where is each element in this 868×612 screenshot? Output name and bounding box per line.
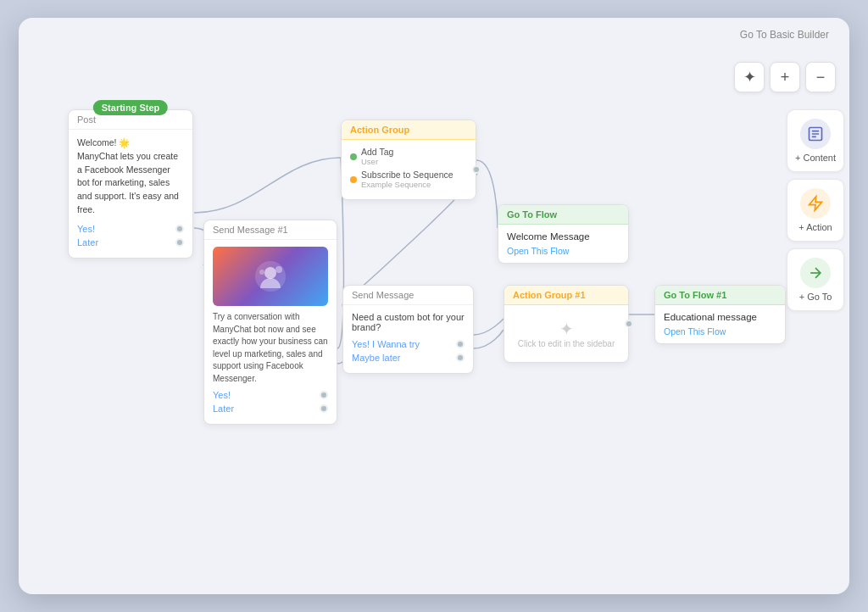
svg-point-7	[264, 267, 276, 279]
goto-flow-1-header: Go To Flow #1	[655, 286, 785, 305]
goto-flow-title: Welcome Message	[507, 231, 620, 242]
reply-later[interactable]: Later	[77, 237, 184, 248]
goto-button[interactable]: + Go To	[787, 248, 844, 311]
send-msg-1-later-dot	[320, 404, 328, 413]
main-canvas: Go To Basic Builder ✦ + − + Content	[19, 18, 849, 594]
send-msg-1-yes-dot	[320, 391, 328, 399]
send-msg-1-yes[interactable]: Yes!	[213, 390, 328, 400]
action-label: + Action	[798, 222, 832, 232]
send-message-2-node[interactable]: Send Message Need a custom bot for your …	[342, 285, 474, 374]
seq-sub: Example Sequence	[361, 180, 453, 189]
top-bar: Go To Basic Builder	[740, 18, 849, 52]
yes-dot	[175, 225, 184, 233]
content-label: + Content	[795, 153, 836, 163]
send-msg-1-yes-label: Yes!	[213, 390, 231, 400]
goto-icon	[800, 258, 831, 288]
pin-icon: ✦	[743, 68, 756, 86]
action-icon	[800, 188, 831, 219]
send-msg-2-maybe-label: Maybe later	[352, 353, 400, 363]
content-icon	[800, 119, 831, 149]
plus-icon: +	[781, 69, 790, 86]
goto-flow-header: Go To Flow	[498, 205, 628, 225]
later-dot	[175, 238, 184, 247]
pin-button[interactable]: ✦	[734, 62, 765, 92]
action-group-1-node[interactable]: Action Group #1 ✦ Click to edit in the s…	[504, 285, 629, 363]
goto-flow-1-node[interactable]: Go To Flow #1 Educational message Open T…	[654, 285, 786, 344]
send-msg-2-yes[interactable]: Yes! I Wanna try	[352, 339, 465, 349]
send-msg-2-maybe[interactable]: Maybe later	[352, 353, 465, 363]
open-this-flow-1-link[interactable]: Open This Flow	[664, 326, 776, 337]
send-msg-1-header: Send Message #1	[204, 220, 337, 240]
action-group-node[interactable]: Action Group Add Tag User Subscribe to S…	[341, 120, 476, 200]
send-msg-2-maybe-dot	[456, 353, 465, 362]
content-button[interactable]: + Content	[787, 109, 844, 172]
send-msg-1-later[interactable]: Later	[213, 403, 328, 414]
seq-dot	[350, 176, 357, 183]
reply-yes[interactable]: Yes!	[77, 224, 184, 234]
click-edit-text: ✦ Click to edit in the sidebar	[513, 312, 620, 355]
minus-icon: −	[816, 69, 826, 86]
goto-label: + Go To	[799, 292, 832, 302]
send-msg-1-later-label: Later	[213, 403, 234, 414]
send-msg-2-yes-label: Yes! I Wanna try	[352, 339, 420, 349]
edit-icon: ✦	[513, 319, 620, 339]
send-message-1-node[interactable]: Send Message #1 Try a conversation with …	[203, 220, 337, 425]
go-to-basic-link[interactable]: Go To Basic Builder	[740, 29, 829, 41]
later-label: Later	[77, 237, 98, 248]
msg-1-image	[213, 247, 328, 306]
zoom-out-button[interactable]: −	[805, 62, 836, 92]
tag-sub: User	[361, 157, 393, 166]
svg-marker-4	[810, 197, 822, 211]
starting-step-node[interactable]: Starting Step Post Welcome! 🌟ManyChat le…	[68, 109, 193, 259]
action-group-out-dot	[472, 165, 481, 174]
goto-flow-1-title: Educational message	[664, 312, 776, 322]
action-group-header: Action Group	[342, 120, 476, 140]
yes-label: Yes!	[77, 224, 95, 234]
send-msg-1-body: Try a conversation with ManyChat bot now…	[213, 311, 328, 385]
action-item-tag: Add Tag User	[350, 147, 467, 166]
send-msg-2-yes-dot	[456, 340, 465, 348]
action-group-1-out-dot	[625, 320, 633, 328]
seq-label: Subscribe to Sequence	[361, 170, 453, 180]
toolbar: ✦ + −	[734, 62, 836, 92]
send-msg-2-header: Send Message	[343, 286, 473, 305]
action-button[interactable]: + Action	[787, 179, 844, 242]
goto-flow-node[interactable]: Go To Flow Welcome Message Open This Flo…	[498, 204, 629, 264]
sidebar-right: + Content + Action + Go To	[782, 103, 849, 318]
tag-label: Add Tag	[361, 147, 393, 157]
open-this-flow-link[interactable]: Open This Flow	[507, 246, 620, 256]
action-group-1-header: Action Group #1	[504, 286, 628, 305]
tag-dot	[350, 153, 357, 160]
post-body: Welcome! 🌟ManyChat lets you create a Fac…	[77, 136, 184, 217]
send-msg-2-body: Need a custom bot for your brand?	[352, 312, 465, 332]
svg-point-8	[275, 266, 282, 273]
starting-step-badge: Starting Step	[93, 100, 168, 115]
svg-point-9	[259, 270, 264, 275]
action-item-sequence: Subscribe to Sequence Example Sequence	[350, 170, 467, 189]
zoom-in-button[interactable]: +	[770, 62, 800, 92]
